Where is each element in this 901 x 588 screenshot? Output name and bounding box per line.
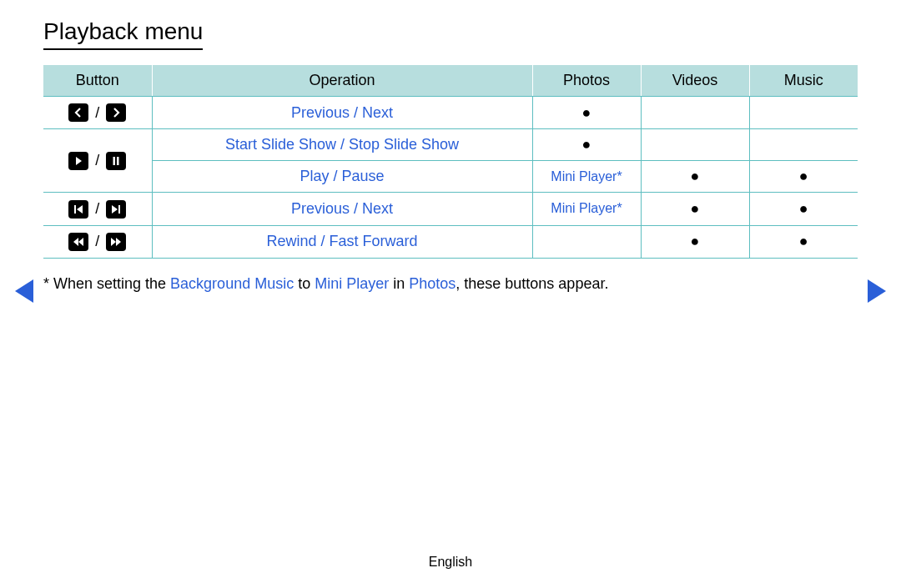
svg-marker-9: [111, 238, 116, 246]
table-row: / Start Slide Show / Stop Slide Show ●: [43, 129, 858, 161]
header-videos: Videos: [641, 65, 749, 97]
cell-music: ●: [749, 161, 858, 193]
cell-buttons-playpause: /: [43, 129, 152, 193]
chevron-right-icon: [106, 103, 126, 122]
dot-icon: ●: [799, 168, 808, 184]
header-operation: Operation: [152, 65, 532, 97]
nav-next-button[interactable]: [868, 279, 886, 303]
header-music: Music: [749, 65, 858, 97]
cell-buttons-chevron: /: [43, 97, 152, 129]
playback-table: Button Operation Photos Videos Music /: [43, 65, 858, 259]
dot-icon: ●: [691, 233, 700, 249]
cell-videos: ●: [641, 193, 749, 225]
cell-buttons-skip: /: [43, 193, 152, 225]
svg-marker-5: [112, 205, 118, 214]
slash-icon: /: [93, 200, 102, 218]
table-header-row: Button Operation Photos Videos Music: [43, 65, 858, 97]
skip-prev-icon: [68, 200, 88, 219]
nav-prev-button[interactable]: [15, 279, 33, 303]
table-row: / Previous / Next ●: [43, 97, 858, 129]
dot-icon: ●: [582, 104, 591, 121]
svg-rect-6: [118, 205, 120, 214]
svg-marker-11: [15, 279, 33, 303]
slash-icon: /: [93, 104, 102, 122]
footer-language: English: [0, 555, 901, 570]
fast-forward-icon: [106, 233, 126, 251]
table-row: / Rewind / Fast Forward ● ●: [43, 225, 858, 258]
pause-icon: [106, 152, 126, 170]
dot-icon: ●: [691, 168, 700, 184]
slash-icon: /: [93, 152, 102, 169]
footnote: * When setting the Background Music to M…: [43, 275, 858, 293]
header-photos: Photos: [532, 65, 641, 97]
cell-op-playpause: Play / Pause: [152, 161, 532, 193]
svg-marker-0: [76, 157, 82, 165]
dot-icon: ●: [799, 200, 808, 217]
cell-photos: [532, 225, 641, 258]
cell-photos: ●: [532, 129, 641, 161]
svg-marker-10: [116, 238, 121, 246]
footnote-text: * When setting the: [43, 275, 170, 292]
cell-videos: [641, 129, 749, 161]
svg-marker-4: [77, 205, 83, 214]
cell-videos: ●: [641, 225, 749, 258]
footnote-text: , these buttons appear.: [456, 275, 608, 292]
cell-op-prevnext: Previous / Next: [152, 97, 532, 129]
cell-buttons-rwff: /: [43, 225, 152, 258]
dot-icon: ●: [691, 200, 700, 217]
cell-op-rwff: Rewind / Fast Forward: [152, 225, 532, 258]
svg-marker-12: [868, 279, 886, 303]
table-row: Play / Pause Mini Player* ● ●: [43, 161, 858, 193]
footnote-text: in: [389, 275, 409, 292]
cell-photos: ●: [532, 97, 641, 129]
play-icon: [68, 152, 88, 170]
cell-photos-mini: Mini Player*: [532, 161, 641, 193]
svg-rect-3: [74, 205, 76, 214]
svg-rect-1: [113, 157, 116, 165]
rewind-icon: [68, 233, 88, 251]
dot-icon: ●: [582, 136, 591, 153]
svg-marker-7: [73, 238, 78, 246]
cell-videos: [641, 97, 749, 129]
cell-music: ●: [749, 193, 858, 225]
svg-rect-2: [117, 157, 119, 165]
table-row: / Previous / Next Mini Player* ● ●: [43, 193, 858, 225]
cell-music: [749, 129, 858, 161]
footnote-link-photos: Photos: [409, 275, 456, 292]
cell-music: [749, 97, 858, 129]
cell-videos: ●: [641, 161, 749, 193]
cell-music: ●: [749, 225, 858, 258]
header-button: Button: [43, 65, 152, 97]
cell-photos-mini: Mini Player*: [532, 193, 641, 225]
footnote-link-miniplayer: Mini Player: [315, 275, 389, 292]
skip-next-icon: [106, 200, 126, 219]
footnote-text: to: [294, 275, 315, 292]
dot-icon: ●: [799, 233, 808, 249]
svg-marker-8: [78, 238, 83, 246]
footnote-link-bgmusic: Background Music: [170, 275, 294, 292]
cell-op-prevnext2: Previous / Next: [152, 193, 532, 225]
page-title: Playback menu: [43, 18, 203, 50]
chevron-left-icon: [68, 103, 88, 122]
slash-icon: /: [93, 233, 102, 250]
cell-op-slideshow: Start Slide Show / Stop Slide Show: [152, 129, 532, 161]
